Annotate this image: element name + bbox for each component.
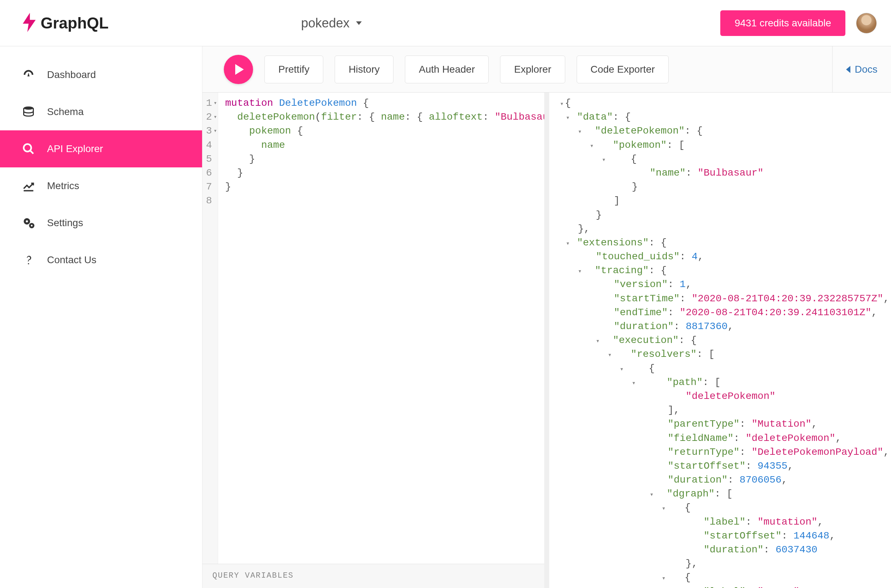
sidebar-item-label: API Explorer [47, 143, 103, 154]
sidebar-item-label: Metrics [47, 180, 79, 192]
svg-point-4 [26, 220, 28, 223]
sidebar-item-dashboard[interactable]: Dashboard [0, 56, 202, 93]
sidebar: Dashboard Schema API Explorer Metrics Se… [0, 46, 203, 588]
docs-label: Docs [855, 64, 877, 75]
result-code: ▾{ ▾ "data": { ▾ "deletePokemon": { ▾ "p… [549, 93, 891, 588]
lightning-icon [21, 13, 37, 33]
play-icon [235, 64, 244, 75]
query-variables-bar[interactable]: Query Variables [203, 564, 544, 588]
sidebar-item-metrics[interactable]: Metrics [0, 167, 202, 204]
settings-icon [21, 216, 36, 230]
credits-button[interactable]: 9431 credits available [720, 10, 845, 36]
docs-toggle[interactable]: Docs [832, 46, 891, 92]
code-exporter-button[interactable]: Code Exporter [577, 56, 669, 83]
sidebar-item-label: Dashboard [47, 69, 96, 81]
help-icon [21, 253, 36, 267]
sidebar-item-label: Settings [47, 217, 83, 229]
sidebar-item-settings[interactable]: Settings [0, 204, 202, 242]
project-dropdown[interactable]: pokedex [301, 16, 362, 31]
explorer-button[interactable]: Explorer [500, 56, 565, 83]
result-viewer[interactable]: ▾{ ▾ "data": { ▾ "deletePokemon": { ▾ "p… [549, 93, 891, 588]
query-editor[interactable]: 1▾2▾3▾45678 mutation DeletePokemon { del… [203, 93, 549, 588]
sidebar-item-contact-us[interactable]: Contact Us [0, 242, 202, 279]
chevron-left-icon [846, 66, 850, 73]
sidebar-item-schema[interactable]: Schema [0, 93, 202, 130]
dashboard-icon [21, 68, 36, 82]
svg-point-0 [24, 106, 33, 110]
sidebar-item-api-explorer[interactable]: API Explorer [0, 130, 202, 167]
line-gutter: 1▾2▾3▾45678 [203, 93, 218, 564]
search-icon [21, 142, 36, 156]
prettify-button[interactable]: Prettify [264, 56, 323, 83]
history-button[interactable]: History [335, 56, 394, 83]
top-header: GraphQL pokedex 9431 credits available [0, 0, 891, 46]
caret-down-icon [356, 21, 362, 25]
logo: GraphQL [21, 13, 109, 33]
query-code[interactable]: mutation DeletePokemon { deletePokemon(f… [218, 93, 544, 564]
auth-header-button[interactable]: Auth Header [405, 56, 488, 83]
logo-text: GraphQL [41, 14, 109, 32]
project-name: pokedex [301, 16, 350, 31]
svg-line-2 [30, 151, 33, 154]
sidebar-item-label: Schema [47, 106, 84, 117]
metrics-icon [21, 179, 36, 193]
graphiql-toolbar: Prettify History Auth Header Explorer Co… [203, 46, 891, 93]
svg-point-1 [24, 144, 32, 152]
svg-point-6 [31, 225, 33, 226]
sidebar-item-label: Contact Us [47, 254, 96, 266]
run-query-button[interactable] [224, 55, 253, 84]
schema-icon [21, 105, 36, 119]
avatar[interactable] [856, 13, 877, 33]
